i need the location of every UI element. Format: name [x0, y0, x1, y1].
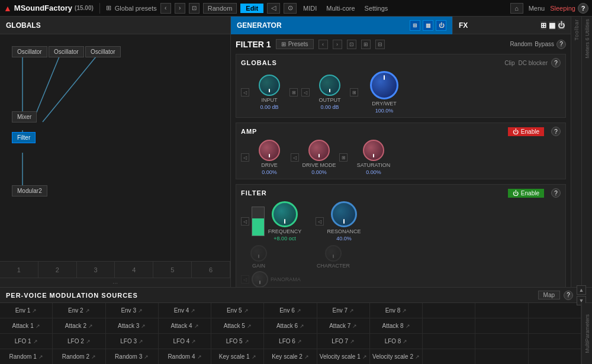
lfo-8-cell[interactable]: LFO 8↗ [370, 334, 423, 349]
random-1-cell[interactable]: Random 1↗ [0, 349, 53, 364]
env-8-cell[interactable]: Env 8↗ [370, 303, 423, 318]
multicore-btn[interactable]: Multi-core [323, 4, 358, 13]
global-presets-label[interactable]: Global presets [115, 5, 157, 12]
bottom-help[interactable]: ? [564, 291, 573, 300]
node-oscillator-3[interactable]: Oscillator [85, 46, 121, 57]
fx-icon-tile[interactable]: ▦ [549, 21, 555, 30]
env-7-cell[interactable]: Env 7↗ [317, 303, 370, 318]
map-btn[interactable]: Map [538, 291, 560, 299]
filter-nav-prev[interactable]: ‹ [318, 40, 328, 49]
scroll-up-btn[interactable]: ▲ [577, 285, 586, 295]
speaker-icon-btn[interactable]: ◁ [267, 3, 280, 14]
filter-icon3[interactable]: ⊟ [375, 40, 385, 49]
attack-3-cell[interactable]: Attack 3↗ [106, 318, 159, 334]
drywet-knob[interactable] [370, 71, 398, 99]
fx-icon-grid[interactable]: ⊞ [540, 21, 546, 30]
gen-power[interactable]: ⏻ [436, 20, 446, 31]
random-3-cell[interactable]: Random 3↗ [106, 349, 159, 364]
random-btn[interactable]: Random [203, 3, 237, 14]
filter1-help[interactable]: ? [556, 40, 566, 49]
output-mini-btn2[interactable]: ⊞ [350, 88, 358, 96]
drive-mini-btn[interactable]: ◁ [241, 153, 249, 162]
lfo-7-cell[interactable]: LFO 7↗ [317, 334, 370, 349]
key-scale-2-cell[interactable]: Key scale 2↗ [264, 349, 317, 364]
attack-5-cell[interactable]: Attack 5↗ [211, 318, 264, 334]
velocity-scale-2-cell[interactable]: Velocity scale 2↗ [370, 349, 423, 364]
midi-btn[interactable]: MIDI [300, 4, 320, 13]
fx-power[interactable]: ⏻ [558, 21, 565, 30]
record-icon-btn[interactable]: ⊙ [284, 3, 297, 14]
drive-knob[interactable] [259, 140, 280, 161]
gain-knob[interactable] [250, 245, 267, 262]
saturation-knob[interactable] [363, 140, 384, 161]
filter-enable-btn[interactable]: ⏻ Enable [508, 189, 544, 198]
menu-btn[interactable]: Menu [526, 4, 548, 13]
edit-btn[interactable]: Edit [240, 4, 263, 13]
globals-help[interactable]: ? [551, 58, 561, 67]
filter-section: FILTER ⏻ Enable ? ◁ [236, 184, 566, 287]
bypass-btn[interactable]: Bypass [535, 41, 554, 47]
node-oscillator-1[interactable]: Oscillator [12, 46, 47, 57]
node-filter[interactable]: Filter [12, 132, 36, 143]
env-2-cell[interactable]: Env 2↗ [53, 303, 105, 318]
nav-grid-btn[interactable]: ⊡ [189, 3, 200, 14]
freq-bar[interactable] [252, 207, 265, 236]
node-modular2[interactable]: Modular2 [12, 185, 47, 197]
drive-mode-mini-btn2[interactable]: ⊞ [339, 153, 348, 162]
input-knob[interactable] [259, 75, 280, 96]
settings-btn[interactable]: Settings [362, 4, 391, 13]
lfo-1-cell[interactable]: LFO 1↗ [0, 334, 53, 349]
attack-6-cell[interactable]: Attack 6↗ [264, 318, 317, 334]
attack-7-cell[interactable]: Attack 7↗ [317, 318, 370, 334]
random-2-cell[interactable]: Random 2↗ [53, 349, 105, 364]
scroll-indicator[interactable]: ··· [0, 278, 230, 287]
attack-4-cell[interactable]: Attack 4↗ [159, 318, 211, 334]
nav-next-btn[interactable]: › [175, 3, 185, 14]
input-mini-btn2[interactable]: ⊞ [289, 88, 298, 96]
gen-icon-tile[interactable]: ▦ [423, 20, 433, 31]
attack-1-cell[interactable]: Attack 1↗ [0, 318, 53, 334]
env-6-cell[interactable]: Env 6↗ [264, 303, 317, 318]
input-mini-btn[interactable]: ◁ [241, 88, 249, 96]
panorama-knob[interactable] [252, 271, 268, 287]
filter-icon2[interactable]: ⊞ [361, 40, 371, 49]
key-scale-1-cell[interactable]: Key scale 1↗ [211, 349, 264, 364]
env-1-cell[interactable]: Env 1↗ [0, 303, 53, 318]
output-knob[interactable] [319, 75, 340, 96]
attack-2-cell[interactable]: Attack 2↗ [53, 318, 105, 334]
lfo-3-cell[interactable]: LFO 3↗ [106, 334, 159, 349]
nav-prev-btn[interactable]: ‹ [160, 3, 171, 14]
env-3-cell[interactable]: Env 3↗ [106, 303, 159, 318]
env-4-cell[interactable]: Env 4↗ [159, 303, 211, 318]
panorama-mini-btn[interactable]: ◁ [241, 275, 249, 284]
key-scale-2-label: Key scale 2 [272, 353, 303, 360]
attack-8-cell[interactable]: Attack 8↗ [370, 318, 423, 334]
filter-help[interactable]: ? [551, 188, 561, 198]
output-mini-btn[interactable]: ◁ [301, 88, 310, 96]
filter-icon1[interactable]: ⊡ [347, 40, 356, 49]
filter-nav-next[interactable]: › [333, 40, 342, 49]
lfo-4-cell[interactable]: LFO 4↗ [159, 334, 211, 349]
resonance-mini-btn[interactable]: ◁ [316, 217, 324, 226]
velocity-scale-1-cell[interactable]: Velocity scale 1↗ [317, 349, 370, 364]
lfo-2-cell[interactable]: LFO 2↗ [53, 334, 105, 349]
lfo-5-cell[interactable]: LFO 5↗ [211, 334, 264, 349]
help-btn[interactable]: ? [578, 3, 588, 14]
drive-mode-mini-btn[interactable]: ◁ [291, 153, 299, 162]
home-icon-btn[interactable]: ⌂ [510, 3, 523, 14]
resonance-knob[interactable] [331, 201, 357, 227]
node-oscillator-2[interactable]: Oscillator [49, 46, 84, 57]
gen-icon-grid[interactable]: ⊞ [410, 20, 420, 31]
character-knob[interactable] [325, 245, 342, 262]
frequency-knob[interactable] [272, 201, 298, 227]
node-mixer[interactable]: Mixer [12, 111, 37, 123]
drive-mode-knob[interactable] [308, 140, 330, 161]
presets-btn[interactable]: ⊞ Presets [276, 39, 314, 49]
amp-enable-btn[interactable]: ⏻ Enable [508, 127, 544, 136]
lfo-6-cell[interactable]: LFO 6↗ [264, 334, 317, 349]
amp-help[interactable]: ? [551, 127, 561, 136]
freq-mini-btn[interactable]: ◁ [241, 217, 249, 226]
random-btn-filter[interactable]: Random [510, 41, 532, 47]
random-4-cell[interactable]: Random 4↗ [159, 349, 211, 364]
env-5-cell[interactable]: Env 5↗ [211, 303, 264, 318]
